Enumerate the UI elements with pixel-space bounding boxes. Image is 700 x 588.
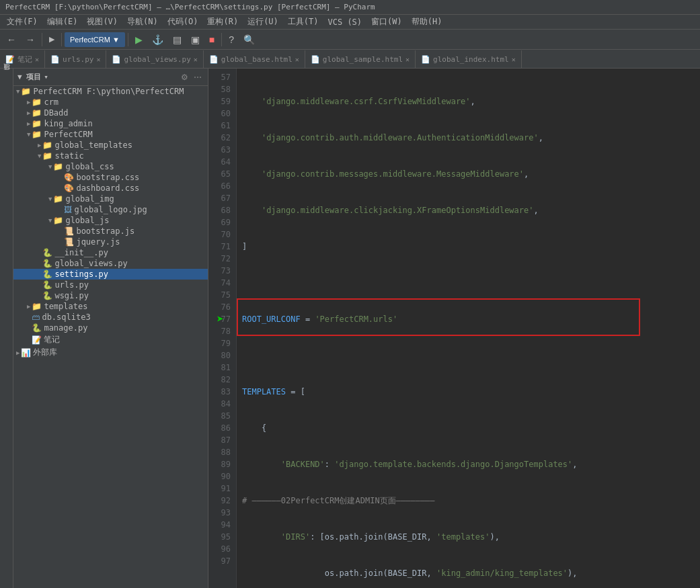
debug-button[interactable]: ⚓ [148,32,167,48]
tree-item-global-js[interactable]: ▼ 📁 global_js [13,215,208,226]
tree-item-dbadd[interactable]: ▶ 📁 DBadd [13,108,208,118]
play-green-button[interactable]: ▶ [131,32,147,48]
coverage-button[interactable]: ▤ [169,32,186,48]
stop-button[interactable]: ■ [205,32,219,48]
tab-notes-close[interactable]: ✕ [35,56,39,63]
init-label: __init__.py [54,248,108,257]
editor: 57 58 59 60 61 62 63 64 65 66 67 68 69 7… [208,69,700,588]
db-icon: 🗃 [32,312,40,322]
code-line-69: 'DIRS': [os.path.join(BASE_DIR, 'templat… [242,531,700,543]
tree-item-manage[interactable]: ▶ 🐍 manage.py [13,323,208,333]
menu-refactor[interactable]: 重构(R) [203,15,242,29]
root-arrow: ▼ [16,88,20,95]
dashboard-css-icon: 🎨 [64,183,74,193]
tree-item-crm[interactable]: ▶ 📁 crm [13,97,208,108]
project-dropdown[interactable]: ▾ [44,73,48,81]
tree-item-global-templates[interactable]: ▶ 📁 global_templates [13,140,208,151]
tab-global-views-icon: 📄 [112,55,121,64]
sidebar-settings-btn[interactable]: ⚙ [179,72,190,83]
tab-global-base-close[interactable]: ✕ [295,56,299,63]
global-css-label: global_css [65,162,114,171]
run-dropdown-arrow: ▼ [112,36,120,44]
manage-icon: 🐍 [32,323,42,333]
menu-view[interactable]: 视图(V) [83,15,122,29]
tree-item-global-css[interactable]: ▼ 📁 global_css [13,161,208,172]
menu-file[interactable]: 文件(F) [3,15,42,29]
tree-item-biji[interactable]: ▶ 📝 笔记 [13,333,208,346]
forward-button[interactable]: → [22,32,39,48]
sidebar: ▼ 项目 ▾ ⚙ ⋯ ▼ 📁 PerfectCRM F:\python\Perf… [13,69,208,588]
menu-code[interactable]: 代码(O) [163,15,202,29]
tree-item-static[interactable]: ▼ 📁 static [13,151,208,161]
urls-icon: 🐍 [42,280,52,290]
root-folder-icon: 📁 [21,87,31,96]
tree-root[interactable]: ▼ 📁 PerfectCRM F:\python\PerfectCRM [13,86,208,97]
wsgi-label: wsgi.py [54,291,89,300]
tree-item-dashboard-css[interactable]: ▶ 🎨 dashboard.css [13,183,208,194]
help-button[interactable]: ? [225,32,238,48]
global-css-folder-icon: 📁 [53,162,63,171]
run-config-button[interactable]: ▶ [45,32,59,48]
tab-global-index[interactable]: 📄 global_index.html ✕ [416,50,522,68]
tree-item-bootstrap-js[interactable]: ▶ 📜 bootstrap.js [13,226,208,237]
menu-help[interactable]: 帮助(H) [407,15,446,29]
tab-notes[interactable]: 📝 笔记 ✕ [0,50,45,68]
tree-item-perfectcrm[interactable]: ▼ 📁 PerfectCRM [13,129,208,140]
tree-item-ext-libs[interactable]: ▶ 📊 外部库 [13,346,208,359]
tree-item-urls[interactable]: ▶ 🐍 urls.py [13,280,208,290]
tree-item-global-logo[interactable]: ▶ 🖼 global_logo.jpg [13,204,208,215]
tree-item-jquery-js[interactable]: ▶ 📜 jquery.js [13,237,208,247]
tab-global-index-close[interactable]: ✕ [512,56,516,63]
sidebar-header: ▼ 项目 ▾ ⚙ ⋯ [13,69,208,86]
tab-global-base[interactable]: 📄 global_base.html ✕ [204,50,305,68]
tabs-bar: 📝 笔记 ✕ 📄 urls.py ✕ 📄 global_views.py ✕ 📄… [0,50,700,69]
global-img-folder-icon: 📁 [53,194,63,204]
menu-navigate[interactable]: 导航(N) [123,15,162,29]
tree-item-init[interactable]: ▶ 🐍 __init__.py [13,247,208,258]
find-action-button[interactable]: 🔍 [239,32,259,48]
tab-urls-close[interactable]: ✕ [96,56,100,63]
bootstrap-css-label: bootstrap.css [76,173,139,182]
tree-item-king-admin[interactable]: ▶ 📁 king_admin [13,118,208,129]
tab-global-views-close[interactable]: ✕ [194,56,198,63]
menu-run[interactable]: 运行(U) [243,15,282,29]
tree-item-global-views[interactable]: ▶ 🐍 global_views.py [13,258,208,269]
code-content[interactable]: 'django.middleware.csrf.CsrfViewMiddlewa… [237,69,700,588]
tree-item-wsgi[interactable]: ▶ 🐍 wsgi.py [13,290,208,301]
tab-global-sample-close[interactable]: ✕ [405,56,410,63]
menu-vcs[interactable]: VCS (S) [324,16,366,28]
bootstrap-js-label: bootstrap.js [76,226,134,236]
project-strip[interactable]: 项目 [1,71,13,79]
menu-edit[interactable]: 编辑(E) [43,15,82,29]
menu-window[interactable]: 窗口(W) [367,15,406,29]
run-button[interactable]: PerfectCRM ▼ [65,32,125,47]
tree-item-settings[interactable]: ▶ 🐍 settings.py [13,269,208,280]
tab-urls[interactable]: 📄 urls.py ✕ [45,50,106,68]
code-line-64 [242,349,700,362]
tab-global-base-icon: 📄 [209,55,219,64]
tab-global-base-label: global_base.html [221,55,293,64]
tree-item-bootstrap-css[interactable]: ▶ 🎨 bootstrap.css [13,172,208,183]
back-button[interactable]: ← [3,32,20,48]
code-line-60: 'django.middleware.clickjacking.XFrameOp… [242,204,700,216]
crm-arrow: ▶ [27,99,30,106]
sidebar-hide-btn[interactable]: ⋯ [192,72,204,83]
toolbar: ← → ▶ PerfectCRM ▼ ▶ ⚓ ▤ ▣ ■ ? 🔍 [0,30,700,50]
db-label: db.sqlite3 [42,312,90,322]
tab-global-index-icon: 📄 [421,55,430,64]
code-area[interactable]: 57 58 59 60 61 62 63 64 65 66 67 68 69 7… [208,69,700,588]
tree-item-templates[interactable]: ▶ 📁 templates [13,301,208,312]
dashboard-css-label: dashboard.css [76,183,139,193]
tree-item-global-img[interactable]: ▼ 📁 global_img [13,194,208,204]
toolbar-separator-2 [61,33,62,46]
tab-notes-label: 笔记 [17,54,32,65]
global-img-label: global_img [65,194,114,204]
tree-item-db[interactable]: ▶ 🗃 db.sqlite3 [13,312,208,323]
templates-folder-icon: 📁 [32,302,42,311]
menu-tools[interactable]: 工具(T) [284,15,323,29]
tab-global-sample[interactable]: 📄 global_sample.html ✕ [305,50,416,68]
code-line-58: 'django.contrib.auth.middleware.Authenti… [242,132,700,144]
profile-button[interactable]: ▣ [187,32,204,48]
dbadd-folder-icon: 📁 [32,108,42,118]
tab-global-views[interactable]: 📄 global_views.py ✕ [106,50,203,68]
